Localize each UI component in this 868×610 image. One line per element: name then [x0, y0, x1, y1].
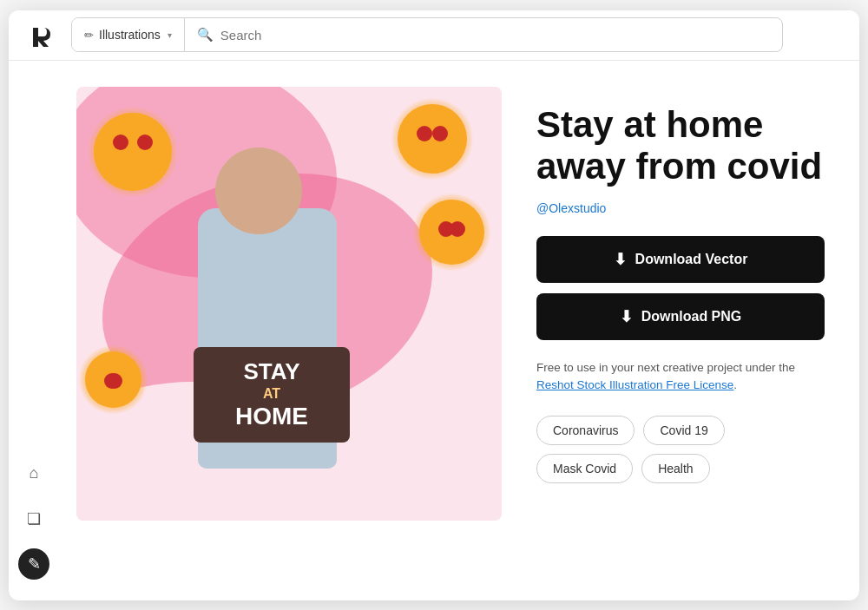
info-panel: Stay at home away from covid @Olexstudio…: [536, 87, 833, 574]
tag-coronavirus[interactable]: Coronavirus: [536, 416, 635, 445]
download-vector-icon: ⬇: [614, 250, 627, 269]
download-vector-button[interactable]: ⬇ Download Vector: [536, 236, 825, 283]
sidebar-item-home[interactable]: ⌂: [18, 458, 49, 489]
browser-window: ✏ Illustrations ▾ 🔍 ⌂ ❏ ✎: [9, 10, 859, 600]
license-description: Free to use in your next creative projec…: [536, 359, 825, 395]
author-link[interactable]: @Olexstudio: [536, 201, 825, 215]
virus-eye-right: [137, 134, 153, 150]
license-period: .: [733, 378, 737, 391]
sidebar-item-edit[interactable]: ✎: [18, 548, 49, 580]
download-vector-label: Download Vector: [635, 252, 748, 267]
left-sidebar: ⌂ ❏ ✎: [9, 61, 59, 600]
search-icon: 🔍: [197, 27, 214, 43]
sign-home: HOME: [235, 402, 308, 431]
category-label: Illustrations: [99, 28, 161, 42]
category-selector[interactable]: ✏ Illustrations ▾: [72, 18, 185, 51]
search-bar: ✏ Illustrations ▾ 🔍: [71, 17, 783, 52]
main-content: ⌂ ❏ ✎: [9, 61, 859, 600]
search-input[interactable]: [220, 28, 770, 43]
tags-row: Coronavirus Covid 19 Mask Covid Health: [536, 416, 825, 483]
virus-molecule-3: [419, 200, 484, 265]
download-png-button[interactable]: ⬇ Download PNG: [536, 293, 825, 340]
virus-eye-left-2: [417, 126, 432, 141]
illustration-title: Stay at home away from covid: [536, 104, 825, 188]
virus-eye-right-3: [450, 221, 465, 237]
download-png-label: Download PNG: [641, 309, 742, 325]
chevron-down-icon: ▾: [168, 30, 172, 40]
image-section: STAY at HOME: [76, 87, 502, 574]
tag-health[interactable]: Health: [641, 454, 709, 483]
virus-molecule-4: [85, 351, 141, 408]
virus-eye-right-2: [432, 126, 448, 141]
search-input-area: 🔍: [185, 27, 782, 43]
download-png-icon: ⬇: [620, 307, 633, 326]
tag-covid19[interactable]: Covid 19: [643, 416, 724, 445]
virus-eye-left: [113, 134, 128, 150]
virus-molecule-1: [94, 113, 172, 191]
tag-mask-covid[interactable]: Mask Covid: [536, 454, 633, 483]
virus-molecule-2: [398, 104, 467, 174]
pencil-icon: ✏: [84, 29, 94, 42]
sidebar-item-collections[interactable]: ❏: [18, 503, 49, 535]
license-link[interactable]: Reshot Stock Illustration Free License: [536, 378, 733, 391]
sign-at: at: [263, 385, 280, 402]
license-text-prefix: Free to use in your next creative projec…: [536, 361, 795, 374]
reshot-logo[interactable]: [26, 19, 57, 50]
illustration-image: STAY at HOME: [76, 87, 502, 521]
char-head: [215, 148, 302, 234]
header: ✏ Illustrations ▾ 🔍: [9, 10, 859, 61]
virus-eye-right-4: [107, 373, 122, 389]
stay-home-sign: STAY at HOME: [194, 347, 350, 443]
sign-stay: STAY: [243, 358, 299, 385]
